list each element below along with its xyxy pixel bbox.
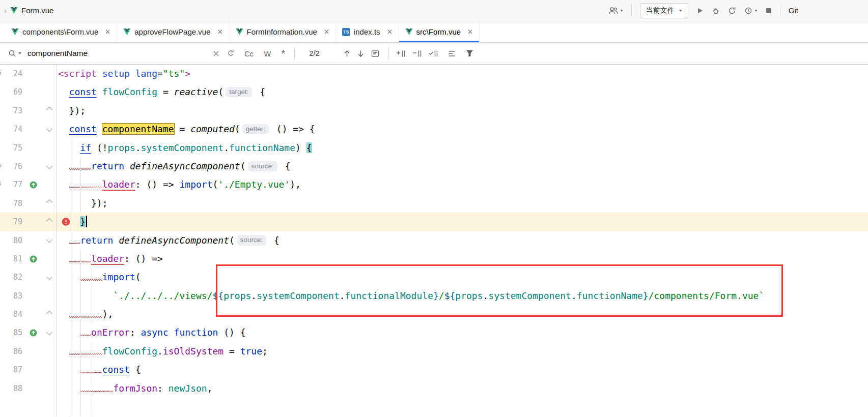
fold-area[interactable] <box>41 194 56 213</box>
remove-occurrence-icon[interactable] <box>412 50 422 57</box>
line-number[interactable]: 79 <box>0 213 25 231</box>
tab-close-icon[interactable] <box>324 29 329 35</box>
code-text[interactable]: return defineAsyncComponent(source: { <box>56 157 868 175</box>
filter-icon[interactable] <box>466 50 473 57</box>
line-number[interactable]: 81 <box>0 250 25 268</box>
line-number[interactable]: 77 <box>0 175 25 194</box>
code-line[interactable]: 77 loader: () => import('./Empty.vue'), <box>0 175 868 194</box>
code-line[interactable]: 75 if (!props.systemComponent.functionNa… <box>0 139 868 157</box>
code-text[interactable]: flowConfig.isOldSystem = true; <box>56 342 868 361</box>
line-number[interactable]: 85 <box>0 323 25 342</box>
code-text[interactable]: onError: async function () { <box>56 323 868 342</box>
fold-icon[interactable] <box>46 218 52 225</box>
fold-icon[interactable] <box>46 107 52 113</box>
code-text[interactable]: const { <box>56 361 868 379</box>
clear-icon[interactable] <box>213 50 219 57</box>
code-line[interactable]: 74 const componentName = computed(getter… <box>0 120 868 138</box>
code-text[interactable]: }); <box>56 102 868 120</box>
line-number[interactable]: 74 <box>0 120 25 138</box>
tab-close-icon[interactable] <box>467 29 473 35</box>
line-number[interactable]: 76 <box>0 157 25 175</box>
select-all-occurrences-icon[interactable] <box>429 50 438 57</box>
code-text[interactable]: if (!props.systemComponent.functionName)… <box>56 139 868 157</box>
code-line[interactable]: 78 }); <box>0 194 868 213</box>
fold-icon[interactable] <box>46 162 52 169</box>
code-text[interactable]: loader: () => import('./Empty.vue'), <box>56 175 868 194</box>
code-text[interactable]: formJson: newJson, <box>56 379 868 398</box>
line-number[interactable]: 83 <box>0 287 25 305</box>
gutter-change-icon[interactable] <box>30 329 37 337</box>
fold-area[interactable] <box>41 250 56 268</box>
tab-close-icon[interactable] <box>105 29 110 35</box>
git-widget[interactable]: Git <box>789 6 798 15</box>
code-line[interactable]: 79 } <box>0 213 868 231</box>
code-line[interactable]: 69 const flowConfig = reactive(target: { <box>0 83 868 101</box>
code-text[interactable]: }); <box>56 194 868 213</box>
code-line[interactable]: 73 }); <box>0 102 868 120</box>
fold-area[interactable] <box>41 379 56 398</box>
regex-toggle[interactable]: * <box>282 51 286 56</box>
editor-tab[interactable]: TS FormInformation.vue <box>230 21 336 42</box>
profiler-icon[interactable] <box>744 7 758 15</box>
fold-icon[interactable] <box>46 310 52 317</box>
code-line[interactable]: 76 return defineAsyncComponent(source: { <box>0 157 868 175</box>
fold-area[interactable] <box>41 361 56 379</box>
previous-occurrence-icon[interactable] <box>344 50 350 57</box>
gutter-change-icon[interactable] <box>30 181 37 189</box>
code-with-me-icon[interactable] <box>609 7 623 15</box>
fold-area[interactable] <box>41 120 56 138</box>
editor-tab[interactable]: TS components\Form.vue <box>5 21 117 42</box>
editor-tab[interactable]: TS src\Form.vue <box>399 21 480 42</box>
line-number[interactable]: 78 <box>0 194 25 213</box>
fold-area[interactable] <box>41 287 56 305</box>
code-line[interactable]: 88 formJson: newJson, <box>0 379 868 398</box>
search-in-selection-icon[interactable] <box>371 50 379 57</box>
line-number[interactable]: 86 <box>0 342 25 361</box>
debug-icon[interactable] <box>712 7 720 15</box>
run-config-selector[interactable]: 当前文件 <box>640 3 688 18</box>
line-number[interactable]: 69 <box>0 83 25 101</box>
code-text[interactable]: return defineAsyncComponent(source: { <box>56 231 868 250</box>
gutter-change-icon[interactable] <box>30 255 37 263</box>
code-text[interactable]: } <box>56 213 868 231</box>
code-line[interactable]: 87 const { <box>0 361 868 379</box>
line-number[interactable]: 84 <box>0 305 25 323</box>
fold-icon[interactable] <box>46 236 52 243</box>
tab-close-icon[interactable] <box>217 29 223 35</box>
search-icon[interactable] <box>8 49 21 57</box>
fold-area[interactable] <box>41 65 56 83</box>
next-occurrence-icon[interactable] <box>357 50 364 57</box>
code-text[interactable]: const componentName = computed(getter: (… <box>56 120 868 138</box>
line-number[interactable]: 80 <box>0 231 25 250</box>
match-case-toggle[interactable]: Cc <box>244 49 254 58</box>
find-input[interactable] <box>26 48 206 58</box>
editor-tab[interactable]: TS approveFlowPage.vue <box>117 21 229 42</box>
add-occurrence-icon[interactable] <box>396 50 405 57</box>
code-line[interactable]: 85 onError: async function () { <box>0 323 868 342</box>
breadcrumb-chevron-icon[interactable]: › <box>4 6 7 15</box>
fold-area[interactable] <box>41 231 56 250</box>
fold-area[interactable] <box>41 102 56 120</box>
stop-icon[interactable] <box>766 8 772 14</box>
fold-area[interactable] <box>41 305 56 323</box>
line-number[interactable]: 24 <box>0 65 25 83</box>
fold-icon[interactable] <box>46 329 52 336</box>
line-number[interactable]: 82 <box>0 268 25 286</box>
coverage-icon[interactable] <box>728 7 736 15</box>
fold-area[interactable] <box>41 342 56 361</box>
filter-lines-icon[interactable] <box>448 50 456 57</box>
code-line[interactable]: 86 flowConfig.isOldSystem = true; <box>0 342 868 361</box>
tab-close-icon[interactable] <box>387 29 393 35</box>
line-number[interactable]: 88 <box>0 379 25 398</box>
line-number[interactable]: 73 <box>0 102 25 120</box>
code-text[interactable]: <script setup lang="ts"> <box>56 65 868 83</box>
fold-area[interactable] <box>41 268 56 286</box>
fold-area[interactable] <box>41 139 56 157</box>
search-history-icon[interactable] <box>227 50 234 57</box>
run-icon[interactable] <box>696 7 704 14</box>
fold-icon[interactable] <box>46 199 52 206</box>
fold-area[interactable] <box>41 157 56 175</box>
fold-area[interactable] <box>41 83 56 101</box>
code-text[interactable]: const flowConfig = reactive(target: { <box>56 83 868 101</box>
editor-tab[interactable]: TS index.ts <box>336 21 399 42</box>
